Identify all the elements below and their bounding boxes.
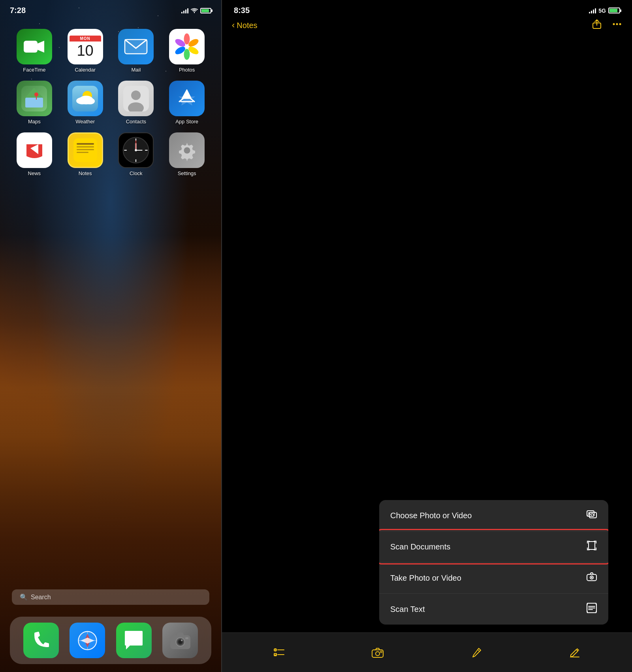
signal-bars-left [181,8,188,13]
pen-button[interactable] [466,643,486,663]
status-icons-left [181,8,211,13]
app-item-settings[interactable]: Settings [164,132,209,176]
svg-point-71 [376,651,380,655]
signal-bar-2 [183,11,184,13]
messages-svg [123,630,145,651]
svg-point-36 [135,149,137,151]
dock-item-phone[interactable] [23,623,59,658]
scan-document-svg [586,540,597,551]
app-item-maps[interactable]: Maps [12,81,57,125]
app-label-photos: Photos [179,67,195,73]
notes-back-label: Notes [237,21,257,30]
menu-item-choose-photo[interactable]: Choose Photo or Video [379,500,608,531]
app-label-facetime: FaceTime [23,67,45,73]
app-item-notes[interactable]: Notes [63,132,108,176]
app-item-contacts[interactable]: Contacts [114,81,159,125]
svg-rect-25 [77,146,94,147]
camera-toolbar-button[interactable] [368,643,387,663]
weather-svg [72,86,98,111]
camera-svg [169,630,191,650]
svg-rect-24 [77,143,94,145]
svg-point-4 [184,34,190,45]
bottom-toolbar [222,632,632,672]
app-icon-appstore [169,81,205,116]
menu-item-scan-text[interactable]: Scan Text [379,594,608,625]
app-item-news[interactable]: News [12,132,57,176]
signal-bar-r2 [591,11,592,13]
app-icon-facetime [17,29,52,64]
checklist-button[interactable] [269,643,289,663]
scan-text-icon [586,602,597,616]
app-icon-settings [169,132,205,168]
app-label-clock: Clock [130,170,143,176]
phone-svg [31,630,51,650]
signal-bar-1 [181,12,182,13]
app-item-weather[interactable]: Weather [63,81,108,125]
search-label: Search [31,594,51,601]
svg-point-66 [275,649,276,650]
status-bar-left: 7:28 [0,0,221,17]
maps-svg [21,86,47,111]
bottom-menu: Choose Photo or Video Scan Documents [379,500,608,625]
dock-icon-safari [70,623,105,658]
app-item-calendar[interactable]: MON 10 Calendar [63,29,108,73]
app-item-facetime[interactable]: FaceTime [12,29,57,73]
take-photo-icon [586,571,597,585]
left-panel: 7:28 [0,0,221,672]
app-item-appstore[interactable]: App Store [164,81,209,125]
svg-point-7 [184,49,190,60]
notes-back-button[interactable]: ‹ Notes [232,20,258,30]
app-label-settings: Settings [178,170,196,176]
news-svg [23,138,46,162]
svg-point-37 [184,147,190,153]
app-icon-calendar: MON 10 [68,29,103,64]
photo-rectangle-icon [586,509,597,520]
status-bar-right: 8:35 5G [222,0,632,17]
back-chevron-icon: ‹ [232,20,235,30]
app-item-clock[interactable]: Clock [114,132,159,176]
signal-bars-right [589,8,596,13]
5g-label: 5G [598,8,606,14]
app-icon-photos [169,29,205,64]
clock-svg [122,136,150,164]
appstore-svg [176,88,198,109]
pen-icon [471,647,482,658]
dock-icon-camera [162,623,198,658]
signal-bar-r1 [589,12,590,13]
app-item-mail[interactable]: Mail [114,29,159,73]
checklist-icon [273,647,285,659]
status-time-left: 7:28 [10,6,26,15]
cal-date: 10 [77,43,93,58]
dock-item-messages[interactable] [116,623,152,658]
choose-photo-icon [586,509,597,522]
svg-rect-27 [77,152,88,153]
app-label-calendar: Calendar [75,67,96,73]
app-label-notes: Notes [79,170,92,176]
svg-point-48 [181,640,182,641]
settings-svg [176,140,198,161]
svg-point-52 [616,23,618,25]
facetime-svg [23,39,45,55]
app-label-news: News [28,170,41,176]
app-icon-weather [68,81,103,116]
battery-fill-left [201,9,209,12]
cal-header: MON [70,36,101,42]
search-bar[interactable]: 🔍 Search [12,589,209,605]
svg-point-51 [613,23,615,25]
app-item-photos[interactable]: Photos [164,29,209,73]
compose-button[interactable] [565,643,585,663]
more-button[interactable] [612,19,622,32]
dock-icon-phone [23,623,59,658]
camera-menu-svg [586,571,597,582]
dock [10,617,211,664]
app-label-appstore: App Store [175,119,198,125]
app-icon-maps [17,81,52,116]
menu-item-scan-docs[interactable]: Scan Documents [379,531,608,563]
share-button[interactable] [592,19,602,32]
dock-item-safari[interactable] [70,623,105,658]
dock-item-camera[interactable] [162,623,198,658]
share-icon [592,19,602,29]
menu-item-take-photo[interactable]: Take Photo or Video [379,563,608,594]
battery-icon-left [200,8,211,13]
menu-item-scan-docs-label: Scan Documents [390,542,450,551]
